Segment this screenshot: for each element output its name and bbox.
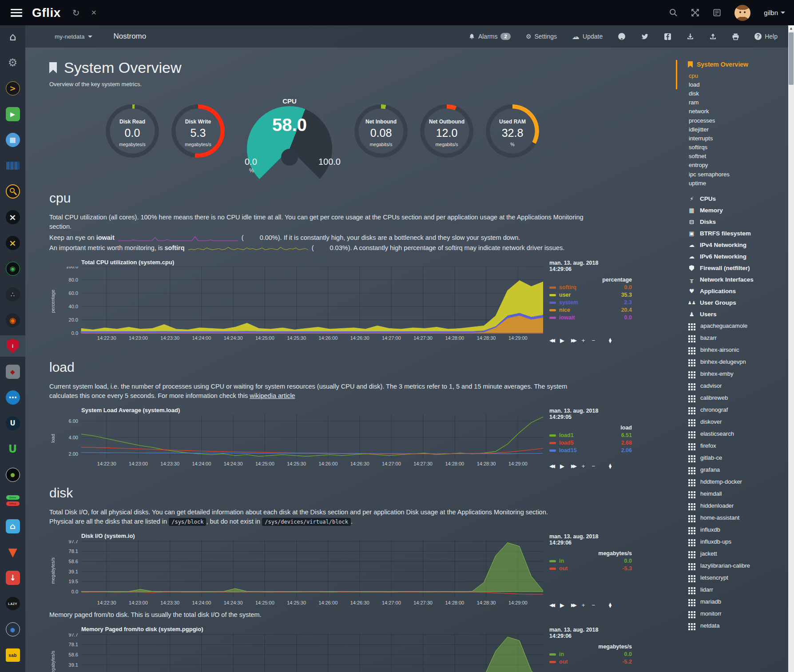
gauge-disk-read[interactable]: Disk Read0.0megabytes/s xyxy=(103,100,162,167)
menu-subitem-uptime[interactable]: uptime xyxy=(689,179,788,187)
legend-row-softirq[interactable]: softirq0.0 xyxy=(549,284,632,290)
sidebar-app-green-u-app[interactable]: U xyxy=(0,441,25,457)
sidebar-app-home-assistant[interactable]: ⌂ xyxy=(0,518,25,534)
menu-section-ipv4-networking[interactable]: ☁IPv4 Networking xyxy=(688,239,788,251)
menu-app-cadvisor[interactable]: cadvisor xyxy=(688,380,788,392)
sidebar-app-home[interactable]: ⌂ xyxy=(0,29,25,45)
menu-section-cpus[interactable]: ⚡CPUs xyxy=(688,193,788,204)
chart-zoom-in-button[interactable]: + xyxy=(582,337,585,344)
menu-app-hiddenloader[interactable]: hiddenloader xyxy=(688,500,788,512)
legend-row-iowait[interactable]: iowait0.0 xyxy=(549,314,632,321)
legend-row-nice[interactable]: nice20.4 xyxy=(549,307,632,313)
changelog-icon[interactable] xyxy=(713,8,721,17)
sidebar-app-grafana[interactable]: ◉ xyxy=(0,312,25,328)
sidebar-app-downloader[interactable]: ↓ xyxy=(0,570,25,586)
sidebar-app-sabnzbd[interactable]: sab xyxy=(0,647,25,663)
sidebar-app-jackett-search[interactable] xyxy=(0,183,25,199)
sidebar-app-green-ring-app[interactable]: ◉ xyxy=(0,261,25,277)
sidebar-app-ombi-yellow[interactable]: × xyxy=(0,235,25,251)
chart-plot-area[interactable]: 2.004.006.0014:22:3014:23:0014:23:3014:2… xyxy=(56,414,543,469)
menu-app-home-assistant[interactable]: home-assistant xyxy=(688,512,788,524)
print-icon[interactable] xyxy=(732,33,739,40)
menu-app-mariadb[interactable]: mariadb xyxy=(688,596,788,608)
chart-system-cpu[interactable]: percentageTotal CPU utilization (system.… xyxy=(49,259,669,344)
chart-plot-area[interactable]: 0.019.539.158.678.197.714:22:3014:23:001… xyxy=(56,540,543,608)
legend-row-out[interactable]: out-5.2 xyxy=(549,659,632,665)
menu-app-lazylibrarian-calibre[interactable]: lazylibrarian-calibre xyxy=(688,560,788,572)
menu-section-network-interfaces[interactable]: ╥Network Interfaces xyxy=(688,274,788,285)
menu-app-influxdb-ups[interactable]: influxdb-ups xyxy=(688,536,788,548)
menu-section-disks[interactable]: ⊟Disks xyxy=(688,216,788,227)
menu-app-binhex-airsonic[interactable]: binhex-airsonic xyxy=(688,344,788,356)
chart-rewind-button[interactable]: ◀◀ xyxy=(549,338,553,343)
chart-zoom-in-button[interactable]: + xyxy=(582,463,585,469)
hamburger-menu-icon[interactable] xyxy=(11,9,22,17)
chart-play-button[interactable]: ▶ xyxy=(560,337,564,344)
menu-app-diskover[interactable]: diskover xyxy=(688,416,788,428)
gauge-cpu[interactable]: CPU 58.0 0.0 100.0 % xyxy=(242,100,337,175)
menu-section-user-groups[interactable]: ♟♟User Groups xyxy=(688,297,788,308)
import-download-icon[interactable] xyxy=(687,33,694,40)
menu-app-grafana[interactable]: grafana xyxy=(688,464,788,476)
menu-app-binhex-emby[interactable]: binhex-emby xyxy=(688,368,788,380)
sidebar-app-ombi-white[interactable]: × xyxy=(0,209,25,225)
chart-plot-area[interactable]: 0.019.539.158.678.197.714:22:3014:23:001… xyxy=(56,633,543,672)
sidebar-app-cubes-app[interactable]: ◆ xyxy=(0,364,25,380)
facebook-icon[interactable] xyxy=(664,33,671,40)
sidebar-app-droplet-app[interactable]: ● xyxy=(0,621,25,637)
chart-zoom-in-button[interactable]: + xyxy=(582,602,585,608)
settings-button[interactable]: ⚙ Settings xyxy=(526,33,557,40)
menu-section-firewall-netfilter-[interactable]: Firewall (netfilter) xyxy=(688,262,788,274)
gauge-net-inbound[interactable]: Net Inbound0.08megabits/s xyxy=(351,100,411,167)
gauge-disk-write[interactable]: Disk Write5.3megabytes/s xyxy=(168,100,228,167)
chart-play-button[interactable]: ▶ xyxy=(560,602,564,608)
menu-section-ipv6-networking[interactable]: ☁IPv6 Networking xyxy=(688,251,788,262)
menu-subitem-entropy[interactable]: entropy xyxy=(689,161,788,170)
legend-row-out[interactable]: out-5.3 xyxy=(549,565,632,572)
legend-row-in[interactable]: in0.0 xyxy=(549,651,632,657)
menu-app-lidarr[interactable]: lidarr xyxy=(688,584,788,596)
chart-rewind-button[interactable]: ◀◀ xyxy=(549,602,553,608)
fullscreen-icon[interactable] xyxy=(691,8,699,17)
sidebar-app-lazylibrarian[interactable]: LAZY xyxy=(0,596,25,612)
menu-app-influxdb[interactable]: influxdb xyxy=(688,524,788,536)
chart-forward-button[interactable]: ▶▶ xyxy=(571,602,575,608)
chart-zoom-out-button[interactable]: − xyxy=(592,463,595,469)
menu-subitem-interrupts[interactable]: interrupts xyxy=(689,134,788,143)
menu-subitem-idlejitter[interactable]: idlejitter xyxy=(689,125,788,134)
scroll-up-arrow[interactable]: ▲ xyxy=(788,25,794,32)
chart-zoom-out-button[interactable]: − xyxy=(592,602,595,608)
menu-app-monitorr[interactable]: monitorr xyxy=(688,608,788,620)
chart-resize-handle[interactable]: ▲▼ xyxy=(609,464,611,469)
menu-app-calibreweb[interactable]: calibreweb xyxy=(688,392,788,404)
sidebar-app-netdata[interactable]: i xyxy=(0,335,25,357)
update-button[interactable]: ☁↓ Update xyxy=(572,33,603,40)
sidebar-app-airsonic[interactable] xyxy=(0,158,25,174)
close-tab-icon[interactable]: × xyxy=(91,8,97,18)
menu-subitem-disk[interactable]: disk xyxy=(689,89,788,98)
chart-play-button[interactable]: ▶ xyxy=(560,463,564,469)
menu-section-btrfs-filesystem[interactable]: ▣BTRFS filesystem xyxy=(688,227,788,239)
alarms-button[interactable]: Alarms 2 xyxy=(468,33,511,40)
sidebar-app-library[interactable]: ▦ xyxy=(0,132,25,148)
page-scrollbar[interactable]: ▲ xyxy=(788,25,794,672)
user-avatar[interactable] xyxy=(734,5,750,21)
legend-row-system[interactable]: system2.3 xyxy=(549,299,632,306)
menu-subitem-ipc-semaphores[interactable]: ipc semaphores xyxy=(689,170,788,179)
refresh-icon[interactable]: ↻ xyxy=(72,8,80,18)
menu-app-elasticsearch[interactable]: elasticsearch xyxy=(688,428,788,440)
server-dropdown[interactable]: my-netdata xyxy=(55,33,92,40)
sidebar-app-emby[interactable]: ▶ xyxy=(0,106,25,122)
chart-system-io[interactable]: megabytes/sDisk I/O (system.io)0.019.539… xyxy=(49,533,669,608)
wikipedia-link[interactable]: wikipedia article xyxy=(250,392,295,399)
chart-rewind-button[interactable]: ◀◀ xyxy=(549,463,553,469)
search-icon[interactable] xyxy=(669,8,678,17)
chart-system-load[interactable]: loadSystem Load Average (system.load)2.0… xyxy=(49,407,669,469)
sidebar-app-nextcloud[interactable]: ⋯ xyxy=(0,390,25,406)
sidebar-app-gitlab[interactable]: ▼ xyxy=(0,544,25,560)
legend-row-load1[interactable]: load16.51 xyxy=(549,432,632,438)
sidebar-app-node-graph-app[interactable]: ∴ xyxy=(0,286,25,302)
legend-row-load15[interactable]: load152.06 xyxy=(549,447,632,453)
sidebar-app-sushi-app[interactable]: ● xyxy=(0,467,25,483)
menu-subitem-load[interactable]: load xyxy=(689,80,788,89)
